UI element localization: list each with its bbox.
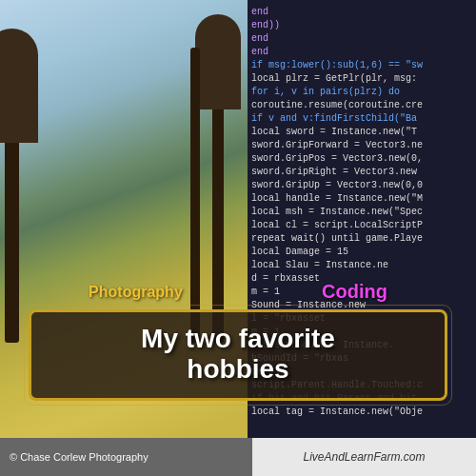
code-line: sword.GripUp = Vector3.new(0,0: [251, 179, 472, 192]
code-line: local handle = Instance.new("M: [251, 192, 472, 206]
code-line: end: [251, 6, 472, 19]
code-line: local Slau = Instance.ne: [251, 259, 472, 272]
copyright-text: © Chase Corlew Photography: [10, 451, 149, 463]
code-line: local cl = script.LocalScriptP: [251, 219, 472, 232]
code-line: sword.GripRight = Vector3.new: [251, 166, 472, 179]
category-labels: Photography Coding: [0, 281, 476, 303]
code-line: local Damage = 15: [251, 246, 472, 259]
code-line: end)): [251, 19, 472, 32]
code-line: sword.GripPos = Vector3.new(0,: [251, 152, 472, 166]
title-line2: hobbies: [50, 354, 426, 385]
bottom-bar: © Chase Corlew Photography LiveAndLearnF…: [0, 438, 476, 476]
code-line: repeat wait() until game.Playe: [251, 232, 472, 246]
title-banner: My two favorite hobbies: [29, 309, 447, 401]
code-line: local msh = Instance.new("Spec: [251, 206, 472, 219]
code-line: sword.GripForward = Vector3.ne: [251, 139, 472, 152]
code-line: local sword = Instance.new("T: [251, 126, 472, 139]
code-line: if v and v:findFirstChild("Ba: [251, 112, 472, 126]
code-line: local plrz = GetPlr(plr, msg:: [251, 72, 472, 86]
bottom-left-bar: © Chase Corlew Photography: [0, 438, 252, 476]
code-line: local tag = Instance.new("Obje: [251, 406, 472, 419]
bottom-right-bar: LiveAndLearnFarm.com: [252, 438, 476, 476]
code-line: if msg:lower():sub(1,6) == "sw: [251, 59, 472, 72]
photography-label: Photography: [89, 284, 183, 301]
website-text: LiveAndLearnFarm.com: [303, 450, 425, 464]
code-line: for i, v in pairs(plrz) do: [251, 86, 472, 99]
main-container: endend))endendif msg:lower():sub(1,6) ==…: [0, 0, 476, 476]
title-line1: My two favorite: [50, 324, 426, 354]
code-line: end: [251, 32, 472, 46]
code-line: coroutine.resume(coroutine.cre: [251, 99, 472, 112]
coding-label: Coding: [322, 281, 387, 303]
code-line: end: [251, 46, 472, 59]
